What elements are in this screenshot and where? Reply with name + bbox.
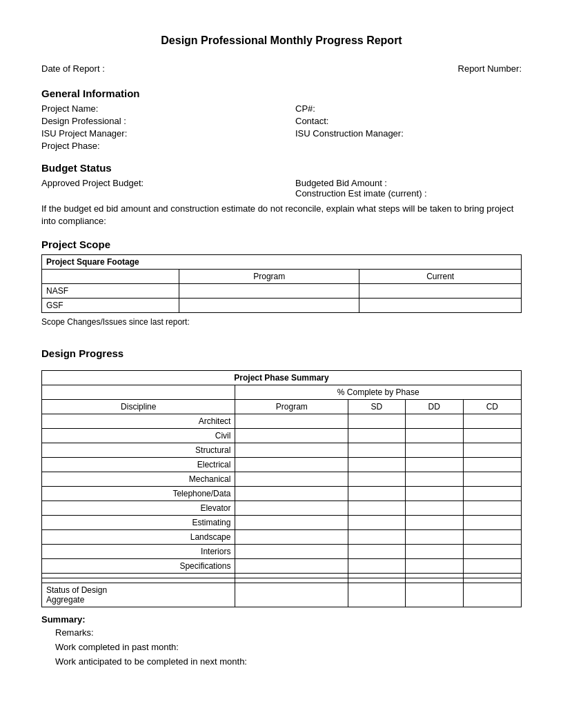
dd-col: DD — [405, 400, 463, 414]
nasf-label: NASF — [42, 284, 179, 299]
report-number-label: Report Number: — [458, 63, 522, 74]
report-header: Date of Report : Report Number: — [41, 63, 522, 74]
project-phase-summary-table: Project Phase Summary % Complete by Phas… — [41, 370, 522, 607]
pct-header-row: % Complete by Phase — [42, 385, 522, 400]
mechanical-row: Mechanical — [42, 472, 522, 487]
electrical-row: Electrical — [42, 458, 522, 472]
discipline-col: Discipline — [42, 400, 235, 414]
cp-field: CP#: — [295, 103, 522, 114]
sd-col: SD — [348, 400, 405, 414]
project-scope-title: Project Scope — [41, 239, 522, 250]
table-main-header: Project Square Footage — [42, 255, 522, 270]
field-row-4: Project Phase: — [41, 141, 522, 151]
budget-status-section: Budget Status Approved Project Budget: B… — [41, 162, 522, 228]
civil-row: Civil — [42, 429, 522, 443]
col-headers-row: Discipline Program SD DD CD — [42, 400, 522, 414]
project-name-field: Project Name: — [41, 103, 268, 114]
approved-budget-label: Approved Project Budget: — [41, 178, 268, 199]
isu-construction-manager-field: ISU Construction Manager: — [295, 128, 522, 139]
general-info-title: General Information — [41, 88, 522, 99]
budget-note: If the budget ed bid amount and construc… — [41, 203, 522, 228]
page-title: Design Professional Monthly Progress Rep… — [41, 34, 522, 47]
isu-project-manager-field: ISU Project Manager: — [41, 128, 268, 139]
work-completed-label: Work completed in past month: — [55, 640, 522, 655]
architect-row: Architect — [42, 414, 522, 429]
table-header-row: Project Square Footage — [42, 255, 522, 270]
telephone-data-row: Telephone/Data — [42, 487, 522, 501]
gsf-row: GSF — [42, 299, 522, 313]
phase-main-header: Project Phase Summary — [42, 371, 522, 385]
project-square-footage-table: Project Square Footage Program Current N… — [41, 254, 522, 313]
empty-row-1 — [42, 574, 522, 578]
estimating-row: Estimating — [42, 516, 522, 530]
summary-section: Summary: Remarks: Work completed in past… — [41, 614, 522, 669]
project-phase-field: Project Phase: — [41, 141, 268, 151]
work-anticipated-label: Work anticipated to be completed in next… — [55, 655, 522, 669]
program-col: Program — [235, 400, 348, 414]
budgeted-bid-label: Budgeted Bid Amount : Construction Est i… — [295, 178, 522, 199]
date-of-report-label: Date of Report : — [41, 63, 105, 74]
empty-row-2 — [42, 578, 522, 583]
summary-details: Remarks: Work completed in past month: W… — [41, 626, 522, 669]
scope-changes-label: Scope Changes/Issues since last report: — [41, 317, 522, 327]
status-of-design-row: Status of DesignAggregate — [42, 583, 522, 607]
budget-row: Approved Project Budget: Budgeted Bid Am… — [41, 178, 522, 199]
status-design-label: Status of DesignAggregate — [42, 583, 235, 607]
interiors-row: Interiors — [42, 545, 522, 559]
design-progress-title: Design Progress — [41, 347, 522, 359]
program-col-header: Program — [179, 270, 359, 284]
design-progress-section: Design Progress Project Phase Summary % … — [41, 347, 522, 607]
phase-table-title: Project Phase Summary — [42, 371, 522, 385]
table-sub-header: Program Current — [42, 270, 522, 284]
remarks-label: Remarks: — [55, 626, 522, 640]
contact-field: Contact: — [295, 116, 522, 126]
project-scope-section: Project Scope Project Square Footage Pro… — [41, 239, 522, 327]
gsf-label: GSF — [42, 299, 179, 313]
field-row-3: ISU Project Manager: ISU Construction Ma… — [41, 128, 522, 139]
current-col-header: Current — [359, 270, 522, 284]
summary-label: Summary: — [41, 614, 86, 625]
design-professional-field: Design Professional : — [41, 116, 268, 126]
elevator-row: Elevator — [42, 501, 522, 516]
landscape-row: Landscape — [42, 530, 522, 545]
structural-row: Structural — [42, 443, 522, 458]
pct-label: % Complete by Phase — [235, 385, 522, 400]
budget-status-title: Budget Status — [41, 162, 522, 174]
nasf-row: NASF — [42, 284, 522, 299]
field-row-2: Design Professional : Contact: — [41, 116, 522, 126]
general-information-section: General Information Project Name: CP#: D… — [41, 88, 522, 151]
specifications-row: Specifications — [42, 559, 522, 574]
field-row-1: Project Name: CP#: — [41, 103, 522, 114]
cd-col: CD — [463, 400, 521, 414]
